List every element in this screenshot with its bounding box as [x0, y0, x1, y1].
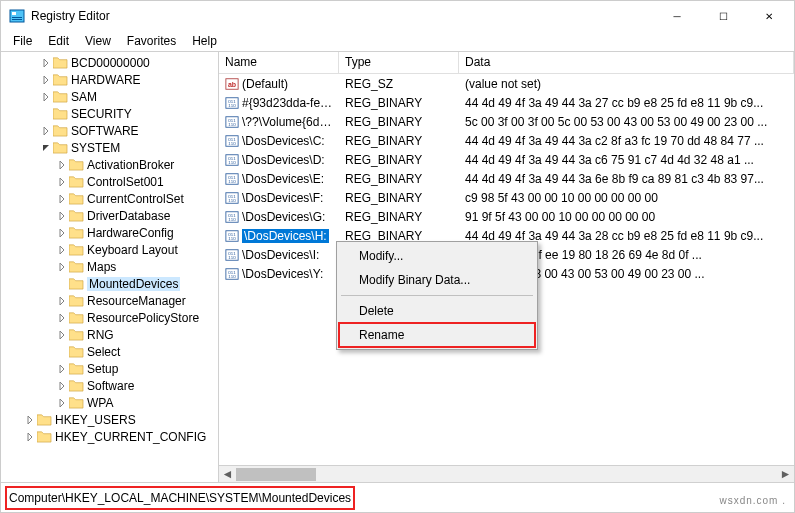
list-row[interactable]: ab(Default)REG_SZ(value not set) — [219, 74, 794, 93]
expander-icon[interactable] — [39, 124, 53, 138]
context-modify[interactable]: Modify... — [339, 244, 535, 268]
tree-item[interactable]: Setup — [1, 360, 218, 377]
tree-item[interactable]: BCD00000000 — [1, 54, 218, 71]
svg-rect-1 — [12, 12, 16, 15]
tree-item[interactable]: WPA — [1, 394, 218, 411]
expander-icon[interactable] — [39, 73, 53, 87]
expander-icon[interactable] — [23, 413, 37, 427]
tree-label: HKEY_USERS — [55, 413, 136, 427]
close-button[interactable]: ✕ — [746, 1, 792, 31]
menu-favorites[interactable]: Favorites — [119, 32, 184, 50]
scroll-left-icon[interactable]: ◄ — [219, 466, 236, 482]
expander-icon[interactable] — [39, 56, 53, 70]
expander-icon[interactable] — [55, 192, 69, 206]
value-name: \DosDevices\I: — [242, 248, 319, 262]
list-row[interactable]: 011110\DosDevices\F:REG_BINARYc9 98 5f 4… — [219, 188, 794, 207]
expander-icon[interactable] — [55, 175, 69, 189]
tree-item[interactable]: ResourcePolicyStore — [1, 309, 218, 326]
context-rename[interactable]: Rename — [339, 323, 535, 347]
list-row[interactable]: 011110\DosDevices\C:REG_BINARY44 4d 49 4… — [219, 131, 794, 150]
svg-rect-2 — [12, 17, 22, 18]
tree-item[interactable]: HARDWARE — [1, 71, 218, 88]
statusbar: Computer\HKEY_LOCAL_MACHINE\SYSTEM\Mount… — [1, 482, 794, 512]
value-type: REG_BINARY — [339, 209, 459, 225]
tree-pane[interactable]: BCD00000000HARDWARESAMSECURITYSOFTWARESY… — [1, 52, 219, 482]
tree-item[interactable]: SAM — [1, 88, 218, 105]
expander-icon[interactable] — [39, 107, 53, 121]
minimize-button[interactable]: ─ — [654, 1, 700, 31]
value-type: REG_BINARY — [339, 152, 459, 168]
expander-icon[interactable] — [55, 345, 69, 359]
expander-icon[interactable] — [55, 158, 69, 172]
menu-help[interactable]: Help — [184, 32, 225, 50]
tree-item[interactable]: Software — [1, 377, 218, 394]
expander-icon[interactable] — [55, 294, 69, 308]
tree-item[interactable]: HardwareConfig — [1, 224, 218, 241]
expander-icon[interactable] — [55, 379, 69, 393]
col-type[interactable]: Type — [339, 52, 459, 73]
scroll-thumb[interactable] — [236, 468, 316, 481]
context-delete[interactable]: Delete — [339, 299, 535, 323]
tree-item[interactable]: SECURITY — [1, 105, 218, 122]
svg-text:110: 110 — [228, 198, 236, 203]
value-data: 44 4d 49 4f 3a 49 44 3a c2 8f a3 fc 19 7… — [459, 133, 794, 149]
horizontal-scrollbar[interactable]: ◄ ► — [219, 465, 794, 482]
tree-label: MountedDevices — [87, 277, 180, 291]
menu-file[interactable]: File — [5, 32, 40, 50]
expander-icon[interactable] — [55, 396, 69, 410]
expander-icon[interactable] — [55, 243, 69, 257]
svg-text:110: 110 — [228, 103, 236, 108]
tree-item[interactable]: MountedDevices — [1, 275, 218, 292]
expander-icon[interactable] — [39, 90, 53, 104]
context-separator — [341, 295, 533, 296]
list-row[interactable]: 011110\DosDevices\G:REG_BINARY91 9f 5f 4… — [219, 207, 794, 226]
tree-item[interactable]: Select — [1, 343, 218, 360]
list-row[interactable]: 011110\DosDevices\E:REG_BINARY44 4d 49 4… — [219, 169, 794, 188]
tree-item[interactable]: HKEY_CURRENT_CONFIG — [1, 428, 218, 445]
tree-item[interactable]: DriverDatabase — [1, 207, 218, 224]
list-row[interactable]: 011110#{93d23dda-fe8...REG_BINARY44 4d 4… — [219, 93, 794, 112]
menu-edit[interactable]: Edit — [40, 32, 77, 50]
expander-icon[interactable] — [55, 311, 69, 325]
maximize-button[interactable]: ☐ — [700, 1, 746, 31]
expander-icon[interactable] — [55, 328, 69, 342]
tree-item[interactable]: Keyboard Layout — [1, 241, 218, 258]
tree-item[interactable]: ControlSet001 — [1, 173, 218, 190]
expander-icon[interactable] — [39, 141, 53, 155]
tree-label: Setup — [87, 362, 118, 376]
tree-label: HARDWARE — [71, 73, 141, 87]
expander-icon[interactable] — [55, 362, 69, 376]
expander-icon[interactable] — [55, 209, 69, 223]
value-name: (Default) — [242, 77, 288, 91]
expander-icon[interactable] — [55, 226, 69, 240]
svg-text:110: 110 — [228, 217, 236, 222]
list-row[interactable]: 011110\DosDevices\D:REG_BINARY44 4d 49 4… — [219, 150, 794, 169]
tree-item[interactable]: Maps — [1, 258, 218, 275]
svg-text:110: 110 — [228, 236, 236, 241]
tree-label: ResourcePolicyStore — [87, 311, 199, 325]
value-type: REG_BINARY — [339, 95, 459, 111]
tree-item[interactable]: SOFTWARE — [1, 122, 218, 139]
list-row[interactable]: 011110\??\Volume{6d0...REG_BINARY5c 00 3… — [219, 112, 794, 131]
tree-item[interactable]: HKEY_USERS — [1, 411, 218, 428]
tree-item[interactable]: ActivationBroker — [1, 156, 218, 173]
col-name[interactable]: Name — [219, 52, 339, 73]
tree-item[interactable]: SYSTEM — [1, 139, 218, 156]
context-modify-binary[interactable]: Modify Binary Data... — [339, 268, 535, 292]
value-name: \DosDevices\C: — [242, 134, 325, 148]
scroll-right-icon[interactable]: ► — [777, 466, 794, 482]
tree-label: DriverDatabase — [87, 209, 170, 223]
tree-item[interactable]: CurrentControlSet — [1, 190, 218, 207]
svg-text:110: 110 — [228, 141, 236, 146]
value-data: c9 98 5f 43 00 00 10 00 00 00 00 00 — [459, 190, 794, 206]
expander-icon[interactable] — [23, 430, 37, 444]
tree-item[interactable]: RNG — [1, 326, 218, 343]
svg-text:110: 110 — [228, 274, 236, 279]
expander-icon[interactable] — [55, 277, 69, 291]
value-data: 5c 00 3f 00 3f 00 5c 00 53 00 43 00 53 0… — [459, 114, 794, 130]
address-path[interactable]: Computer\HKEY_LOCAL_MACHINE\SYSTEM\Mount… — [5, 486, 355, 510]
col-data[interactable]: Data — [459, 52, 794, 73]
expander-icon[interactable] — [55, 260, 69, 274]
tree-item[interactable]: ResourceManager — [1, 292, 218, 309]
menu-view[interactable]: View — [77, 32, 119, 50]
